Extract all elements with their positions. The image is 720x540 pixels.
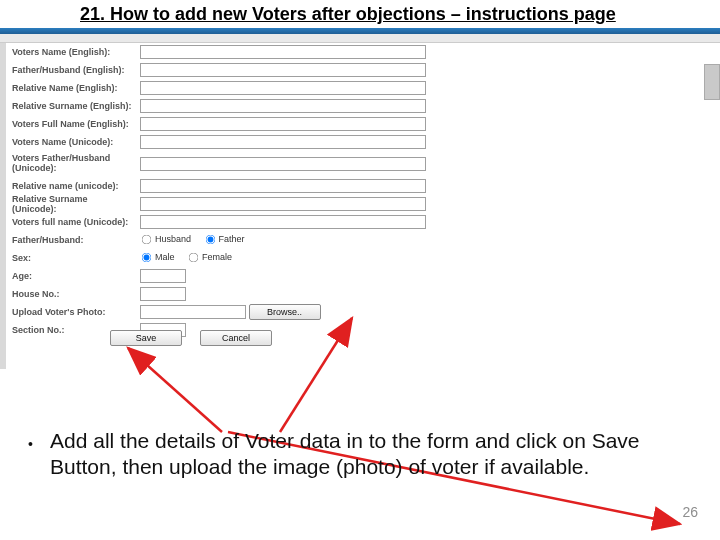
input-father-husband-en[interactable] <box>140 63 426 77</box>
radio-father[interactable]: Father <box>204 233 245 246</box>
radio-husband-label: Husband <box>155 234 191 244</box>
radio-male-label: Male <box>155 252 175 262</box>
radio-female-label: Female <box>202 252 232 262</box>
input-relative-surname-uni[interactable] <box>140 197 426 211</box>
label-age: Age: <box>6 269 136 283</box>
label-voters-name-en: Voters Name (English): <box>6 45 136 59</box>
cancel-button[interactable]: Cancel <box>200 330 272 346</box>
label-relative-surname-uni: Relative Surname (Unicode): <box>6 192 136 216</box>
radio-husband[interactable]: Husband <box>140 233 191 246</box>
input-voters-father-husband-uni[interactable] <box>140 157 426 171</box>
input-relative-surname-en[interactable] <box>140 99 426 113</box>
radio-father-label: Father <box>219 234 245 244</box>
page-number: 26 <box>682 504 698 520</box>
radio-female[interactable]: Female <box>187 251 232 264</box>
label-relative-name-uni: Relative name (unicode): <box>6 179 136 193</box>
screenshot-window: Voters Name (English): Father/Husband (E… <box>0 28 720 368</box>
input-house-no[interactable] <box>140 287 186 301</box>
input-age[interactable] <box>140 269 186 283</box>
radio-male[interactable]: Male <box>140 251 175 264</box>
label-father-husband: Father/Husband: <box>6 233 136 247</box>
form-action-row: Save Cancel <box>110 330 272 346</box>
label-voters-full-name-en: Voters Full Name (English): <box>6 117 136 131</box>
input-voters-name-en[interactable] <box>140 45 426 59</box>
input-relative-name-en[interactable] <box>140 81 426 95</box>
bullet-dot: • <box>28 436 33 453</box>
label-relative-name-en: Relative Name (English): <box>6 81 136 95</box>
label-father-husband-en: Father/Husband (English): <box>6 63 136 77</box>
voter-form: Voters Name (English): Father/Husband (E… <box>6 43 720 369</box>
label-voters-full-name-uni: Voters full name (Unicode): <box>6 215 136 229</box>
browse-button[interactable]: Browse.. <box>249 304 321 320</box>
input-voters-name-uni[interactable] <box>140 135 426 149</box>
input-photo-path[interactable] <box>140 305 246 319</box>
window-toolbar <box>0 34 720 43</box>
save-button[interactable]: Save <box>110 330 182 346</box>
label-upload-photo: Upload Voter's Photo: <box>6 305 136 319</box>
label-sex: Sex: <box>6 251 136 265</box>
label-house-no: House No.: <box>6 287 136 301</box>
scrollbar-thumb[interactable] <box>704 64 720 100</box>
input-voters-full-name-uni[interactable] <box>140 215 426 229</box>
slide-title: 21. How to add new Voters after objectio… <box>80 4 616 25</box>
instruction-bullet: • Add all the details of Voter data in t… <box>50 428 670 479</box>
instruction-text: Add all the details of Voter data in to … <box>50 429 640 478</box>
label-voters-name-uni: Voters Name (Unicode): <box>6 135 136 149</box>
label-voters-father-husband-uni: Voters Father/Husband (Unicode): <box>6 152 136 176</box>
label-relative-surname-en: Relative Surname (English): <box>6 99 136 113</box>
input-relative-name-uni[interactable] <box>140 179 426 193</box>
input-voters-full-name-en[interactable] <box>140 117 426 131</box>
